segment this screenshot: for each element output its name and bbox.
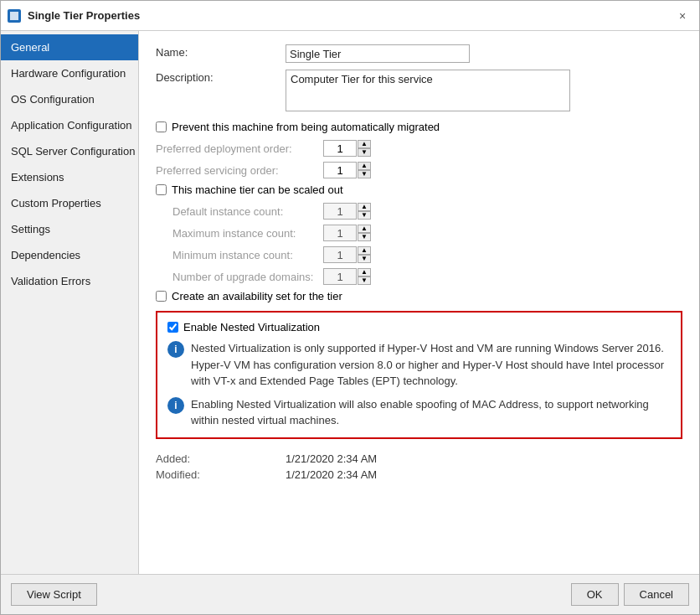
info-text-2: Enabling Nested Virtualization will also…: [191, 396, 671, 429]
dialog: Single Tier Properties × General Hardwar…: [0, 0, 700, 615]
scale-out-row: This machine tier can be scaled out: [156, 183, 682, 196]
min-instance-down[interactable]: ▼: [358, 255, 371, 263]
scale-out-label[interactable]: This machine tier can be scaled out: [172, 183, 343, 196]
sidebar-item-extensions[interactable]: Extensions: [1, 164, 138, 190]
prevent-migration-row: Prevent this machine from being automati…: [156, 121, 682, 133]
nested-virt-row: Enable Nested Virtualization: [167, 321, 671, 333]
min-instance-spinner: ▲ ▼: [358, 246, 371, 263]
preferred-deployment-input[interactable]: [323, 140, 357, 157]
preferred-deployment-label: Preferred deployment order:: [156, 142, 323, 155]
title-bar: Single Tier Properties ×: [1, 1, 699, 31]
sidebar-item-hardware[interactable]: Hardware Configuration: [1, 60, 138, 86]
min-instance-input[interactable]: [323, 246, 357, 263]
sidebar-item-custom[interactable]: Custom Properties: [1, 190, 138, 216]
max-instance-row: Maximum instance count: ▲ ▼: [156, 225, 682, 241]
sidebar-item-os[interactable]: OS Configuration: [1, 86, 138, 112]
dialog-icon: [8, 9, 21, 23]
default-instance-up[interactable]: ▲: [358, 203, 371, 211]
ok-button[interactable]: OK: [571, 583, 619, 606]
upgrade-domains-down[interactable]: ▼: [358, 276, 371, 285]
desc-row: Description: Computer Tier for this serv…: [156, 70, 682, 114]
name-value: [286, 44, 682, 63]
preferred-servicing-input[interactable]: [323, 162, 357, 178]
added-row: Added: 1/21/2020 2:34 AM: [156, 452, 682, 465]
upgrade-domains-row: Number of upgrade domains: ▲ ▼: [156, 268, 682, 285]
preferred-servicing-down[interactable]: ▼: [358, 170, 371, 178]
preferred-deployment-up[interactable]: ▲: [358, 140, 371, 148]
default-instance-down[interactable]: ▼: [358, 211, 371, 220]
sidebar-item-general[interactable]: General: [1, 34, 138, 60]
prevent-migration-label[interactable]: Prevent this machine from being automati…: [172, 121, 440, 133]
sidebar: General Hardware Configuration OS Config…: [1, 31, 139, 574]
nested-virt-box: Enable Nested Virtualization i Nested Vi…: [156, 311, 682, 439]
added-value: 1/21/2020 2:34 AM: [286, 452, 377, 465]
sidebar-item-app[interactable]: Application Configuration: [1, 112, 138, 138]
modified-value: 1/21/2020 2:34 AM: [286, 468, 377, 481]
svg-rect-0: [10, 12, 18, 20]
nested-virt-label[interactable]: Enable Nested Virtualization: [183, 321, 320, 333]
default-instance-label: Default instance count:: [156, 205, 323, 218]
upgrade-domains-up[interactable]: ▲: [358, 268, 371, 276]
min-instance-row: Minimum instance count: ▲ ▼: [156, 246, 682, 263]
max-instance-down[interactable]: ▼: [358, 233, 371, 241]
upgrade-domains-spinner: ▲ ▼: [358, 268, 371, 285]
added-label: Added:: [156, 452, 286, 465]
info-text-1: Nested Virtualization is only supported …: [191, 340, 671, 390]
max-instance-label: Maximum instance count:: [156, 227, 323, 240]
name-label: Name:: [156, 44, 286, 59]
prevent-migration-checkbox[interactable]: [156, 121, 167, 132]
default-instance-spinner: ▲ ▼: [358, 203, 371, 220]
sidebar-item-dependencies[interactable]: Dependencies: [1, 242, 138, 268]
sidebar-item-settings[interactable]: Settings: [1, 216, 138, 242]
min-instance-label: Minimum instance count:: [156, 249, 323, 261]
cancel-button[interactable]: Cancel: [624, 583, 689, 606]
main-content: Name: Description: Computer Tier for thi…: [139, 31, 699, 574]
default-instance-input[interactable]: [323, 203, 357, 220]
max-instance-input[interactable]: [323, 225, 357, 241]
name-row: Name:: [156, 44, 682, 63]
preferred-servicing-spinner: ▲ ▼: [358, 162, 371, 178]
dialog-title: Single Tier Properties: [28, 9, 672, 22]
sidebar-item-validation[interactable]: Validation Errors: [1, 268, 138, 294]
upgrade-domains-label: Number of upgrade domains:: [156, 271, 323, 283]
max-instance-spinner: ▲ ▼: [358, 225, 371, 241]
info-icon-1: i: [167, 341, 184, 358]
info-row-1: i Nested Virtualization is only supporte…: [167, 340, 671, 390]
dialog-footer: View Script OK Cancel: [1, 574, 699, 614]
preferred-deployment-down[interactable]: ▼: [358, 148, 371, 157]
info-row-2: i Enabling Nested Virtualization will al…: [167, 396, 671, 429]
preferred-servicing-label: Preferred servicing order:: [156, 164, 323, 177]
name-input[interactable]: [286, 44, 470, 63]
close-button[interactable]: ×: [672, 6, 692, 26]
preferred-servicing-row: Preferred servicing order: ▲ ▼: [156, 162, 682, 178]
preferred-servicing-up[interactable]: ▲: [358, 162, 371, 170]
sidebar-item-sql[interactable]: SQL Server Configuration: [1, 138, 138, 164]
nested-virt-checkbox[interactable]: [167, 322, 178, 333]
scale-out-checkbox[interactable]: [156, 184, 167, 195]
max-instance-up[interactable]: ▲: [358, 225, 371, 233]
availability-set-row: Create an availability set for the tier: [156, 290, 682, 302]
preferred-deployment-row: Preferred deployment order: ▲ ▼: [156, 140, 682, 157]
preferred-deployment-spinner: ▲ ▼: [358, 140, 371, 157]
availability-set-label[interactable]: Create an availability set for the tier: [172, 290, 342, 302]
dialog-body: General Hardware Configuration OS Config…: [1, 31, 699, 574]
desc-label: Description:: [156, 70, 286, 84]
info-icon-2: i: [167, 397, 184, 414]
modified-row: Modified: 1/21/2020 2:34 AM: [156, 468, 682, 481]
min-instance-up[interactable]: ▲: [358, 246, 371, 255]
view-script-button[interactable]: View Script: [11, 583, 97, 606]
availability-set-checkbox[interactable]: [156, 291, 167, 302]
default-instance-row: Default instance count: ▲ ▼: [156, 203, 682, 220]
desc-textarea[interactable]: Computer Tier for this service: [286, 70, 570, 111]
upgrade-domains-input[interactable]: [323, 268, 357, 285]
meta-section: Added: 1/21/2020 2:34 AM Modified: 1/21/…: [156, 452, 682, 481]
modified-label: Modified:: [156, 468, 286, 481]
desc-value: Computer Tier for this service: [286, 70, 682, 114]
